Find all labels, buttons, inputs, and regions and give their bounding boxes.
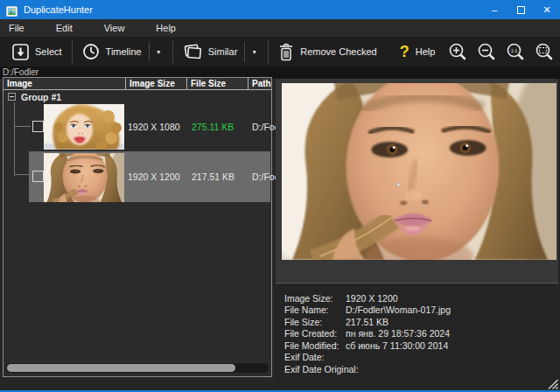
minimize-button[interactable]: – bbox=[481, 0, 508, 19]
select-label: Select bbox=[35, 46, 62, 57]
group-label: Group #1 bbox=[21, 92, 61, 102]
remove-checked-button[interactable]: Remove Checked bbox=[273, 39, 382, 64]
detail-label: File Created: bbox=[284, 328, 346, 339]
clock-icon bbox=[82, 43, 100, 60]
table-header: Image Image Size File Size Path bbox=[4, 78, 271, 90]
timeline-button[interactable]: Timeline bbox=[77, 39, 147, 64]
toolbar-separator bbox=[72, 40, 73, 63]
detail-value: 217.51 KB bbox=[346, 317, 388, 327]
detail-label: File Name: bbox=[284, 304, 346, 315]
select-icon bbox=[12, 44, 29, 60]
detail-row: File Created: пн янв. 29 18:57:36 2024 bbox=[276, 328, 558, 340]
detail-row: Image Size: 1920 X 1200 bbox=[276, 292, 558, 304]
help-icon: ? bbox=[400, 44, 410, 60]
photos-icon bbox=[183, 43, 202, 60]
menu-help[interactable]: Help bbox=[156, 23, 176, 33]
detail-value: D:/Fodler\Woman-017.jpg bbox=[346, 304, 451, 315]
zoom-fit-button[interactable] bbox=[534, 40, 555, 63]
zoom-actual-icon: 1:1 bbox=[506, 42, 525, 61]
cell-image-size: 1920 X 1080 bbox=[128, 122, 180, 132]
toolbar-separator bbox=[268, 40, 269, 63]
group-row[interactable]: Group #1 bbox=[4, 91, 270, 102]
column-header-image-size[interactable]: Image Size bbox=[126, 78, 187, 89]
chevron-down-icon: ▼ bbox=[156, 49, 162, 55]
remove-checked-label: Remove Checked bbox=[300, 46, 376, 57]
detail-value: пн янв. 29 18:57:36 2024 bbox=[346, 328, 450, 339]
window-title: DuplicateHunter bbox=[24, 4, 481, 15]
timeline-dropdown[interactable]: ▼ bbox=[149, 42, 168, 62]
detail-row: Exif Date Original: bbox=[276, 363, 558, 375]
resize-grip[interactable] bbox=[547, 378, 558, 389]
details-panel: Image Size: 1920 X 1200 File Name: D:/Fo… bbox=[276, 284, 558, 388]
column-header-image[interactable]: Image bbox=[4, 78, 126, 89]
zoom-in-icon bbox=[448, 42, 467, 61]
collapse-icon[interactable] bbox=[8, 93, 16, 101]
detail-label: Exif Date: bbox=[284, 352, 325, 362]
svg-text:1:1: 1:1 bbox=[511, 48, 518, 53]
thumbnail-image[interactable] bbox=[44, 104, 124, 150]
thumbnail-image[interactable] bbox=[44, 153, 124, 202]
app-window: DuplicateHunter – ✕ File Edit View Help … bbox=[0, 0, 560, 392]
detail-row: Exif Date: bbox=[276, 352, 558, 364]
detail-label: Image Size: bbox=[284, 293, 346, 304]
similar-label: Similar bbox=[208, 46, 238, 57]
menu-file[interactable]: File bbox=[9, 23, 24, 33]
chevron-down-icon: ▼ bbox=[251, 49, 257, 55]
timeline-label: Timeline bbox=[106, 46, 142, 57]
horizontal-scrollbar[interactable] bbox=[6, 363, 269, 373]
zoom-controls: 1:1 bbox=[447, 37, 555, 66]
zoom-fit-icon bbox=[535, 42, 554, 61]
results-table: Image Image Size File Size Path Group #1… bbox=[3, 77, 272, 377]
maximize-icon bbox=[517, 6, 525, 14]
help-label: Help bbox=[416, 46, 436, 57]
detail-row: File Name: D:/Fodler\Woman-017.jpg bbox=[276, 304, 558, 317]
zoom-actual-button[interactable]: 1:1 bbox=[505, 40, 526, 63]
table-row-selected[interactable]: 1920 X 1200 217.51 KB D:/Fod bbox=[4, 151, 270, 202]
toolbar: Select Timeline ▼ Similar ▼ bbox=[0, 37, 560, 66]
detail-label: File Modified: bbox=[284, 340, 346, 351]
cell-file-size: 217.51 KB bbox=[192, 172, 234, 182]
zoom-out-icon bbox=[477, 42, 496, 61]
row-checkbox[interactable] bbox=[32, 171, 44, 182]
detail-label: File Size: bbox=[284, 317, 346, 327]
cell-file-size: 275.11 KB bbox=[192, 122, 234, 132]
toolbar-separator bbox=[172, 40, 173, 63]
cell-image-size: 1920 X 1200 bbox=[128, 172, 180, 182]
column-header-file-size[interactable]: File Size bbox=[187, 78, 248, 89]
select-button[interactable]: Select bbox=[7, 39, 67, 64]
menu-view[interactable]: View bbox=[104, 23, 125, 33]
trash-icon bbox=[278, 43, 294, 61]
menu-edit[interactable]: Edit bbox=[56, 23, 73, 33]
detail-value: сб июнь 7 11:30:00 2014 bbox=[346, 340, 448, 351]
help-button[interactable]: ? Help bbox=[395, 39, 441, 64]
preview-panel bbox=[276, 79, 558, 284]
column-header-path[interactable]: Path bbox=[248, 78, 271, 89]
detail-row: File Modified: сб июнь 7 11:30:00 2014 bbox=[276, 340, 558, 352]
row-checkbox[interactable] bbox=[32, 121, 44, 132]
detail-value: 1920 X 1200 bbox=[346, 293, 398, 304]
detail-row: File Size: 217.51 KB bbox=[276, 316, 558, 328]
zoom-in-button[interactable] bbox=[447, 40, 468, 63]
preview-image bbox=[282, 83, 556, 260]
table-row[interactable]: 1920 X 1080 275.11 KB D:/Fod bbox=[4, 102, 270, 151]
menu-bar: File Edit View Help bbox=[0, 19, 560, 37]
similar-button[interactable]: Similar bbox=[178, 39, 243, 64]
similar-dropdown[interactable]: ▼ bbox=[244, 42, 263, 62]
zoom-out-button[interactable] bbox=[476, 40, 497, 63]
detail-label: Exif Date Original: bbox=[284, 364, 359, 374]
title-bar: DuplicateHunter – ✕ bbox=[0, 0, 560, 19]
close-button[interactable]: ✕ bbox=[534, 0, 560, 19]
app-icon bbox=[6, 4, 18, 15]
maximize-button[interactable] bbox=[508, 0, 534, 19]
scrollbar-thumb[interactable] bbox=[7, 364, 235, 372]
